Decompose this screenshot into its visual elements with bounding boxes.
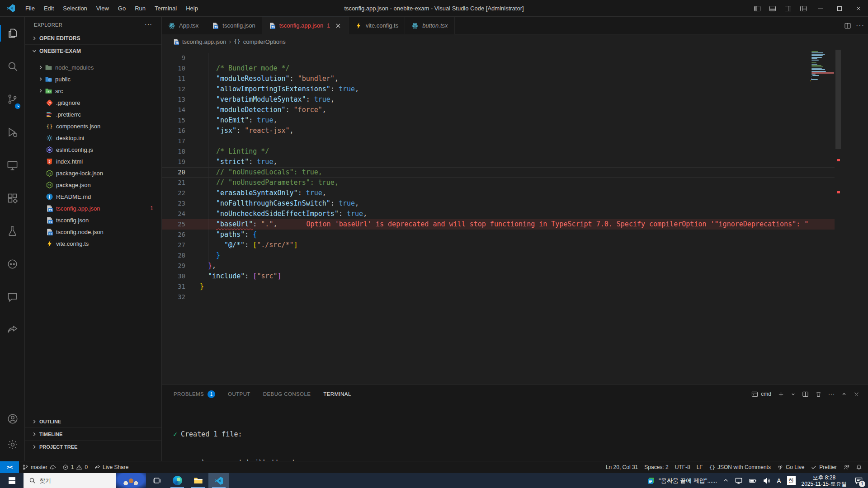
split-terminal-icon[interactable] xyxy=(802,391,809,398)
file-package.json[interactable]: JSpackage.json xyxy=(25,179,161,191)
panel-more-actions-icon[interactable]: ··· xyxy=(828,391,835,397)
code-line-17[interactable]: 17 xyxy=(162,136,835,146)
section-timeline[interactable]: TIMELINE xyxy=(25,427,161,440)
vertical-scrollbar[interactable] xyxy=(835,50,841,149)
explorer-more-actions-icon[interactable]: ··· xyxy=(145,20,152,28)
section-outline[interactable]: OUTLINE xyxy=(25,415,161,427)
taskbar-search-box[interactable]: 찾기 xyxy=(24,473,116,488)
section-project-tree[interactable]: PROJECT TREE xyxy=(25,440,161,453)
close-panel-icon[interactable] xyxy=(853,391,860,398)
activity-accounts[interactable] xyxy=(0,406,25,432)
menu-help[interactable]: Help xyxy=(181,0,203,17)
panel-tab-output[interactable]: OUTPUT xyxy=(228,385,250,404)
file-src[interactable]: src xyxy=(25,85,161,97)
menu-file[interactable]: File xyxy=(21,0,39,17)
menu-terminal[interactable]: Terminal xyxy=(150,0,181,17)
git-branch-item[interactable]: master xyxy=(19,461,59,473)
root-folder-section[interactable]: ONEBITE-EXAM xyxy=(25,45,161,57)
code-line-23[interactable]: 23"noFallthroughCasesInSwitch": true, xyxy=(162,198,835,209)
activity-remote-explorer[interactable] xyxy=(0,149,25,182)
file-tsconfig.node.json[interactable]: TStsconfig.node.json xyxy=(25,226,161,238)
code-line-20[interactable]: 20// "noUnusedLocals": true, xyxy=(162,167,835,178)
file-.gitignore[interactable]: .gitignore xyxy=(25,97,161,108)
status-notifications[interactable] xyxy=(853,461,865,473)
new-terminal-icon[interactable] xyxy=(778,391,784,398)
code-line-13[interactable]: 13"verbatimModuleSyntax": true, xyxy=(162,94,835,105)
code-line-24[interactable]: 24"noUncheckedSideEffectImports": true, xyxy=(162,209,835,219)
file-vite.config.ts[interactable]: vite.config.ts xyxy=(25,238,161,249)
code-line-27[interactable]: 27"@/*": ["./src/*"] xyxy=(162,240,835,250)
show-hidden-icons-icon[interactable] xyxy=(723,478,729,483)
activity-search[interactable] xyxy=(0,50,25,83)
panel-tab-terminal[interactable]: TERMINAL xyxy=(323,385,351,404)
live-share-item[interactable]: Live Share xyxy=(91,461,132,473)
activity-chat[interactable] xyxy=(0,281,25,314)
minimap[interactable] xyxy=(809,50,835,99)
maximize-panel-icon[interactable] xyxy=(841,391,847,397)
activity-copilot[interactable] xyxy=(0,248,25,281)
tab-App.tsx[interactable]: App.tsx xyxy=(162,17,205,34)
status-eol[interactable]: LF xyxy=(693,461,706,473)
remote-indicator[interactable]: >< xyxy=(0,461,19,473)
tab-tsconfig.json[interactable]: TStsconfig.json xyxy=(205,17,262,34)
code-line-12[interactable]: 12"allowImportingTsExtensions": true, xyxy=(162,84,835,94)
code-line-21[interactable]: 21// "noUnusedParameters": true, xyxy=(162,178,835,188)
activity-live-share[interactable] xyxy=(0,314,25,347)
status-encoding[interactable]: UTF-8 xyxy=(672,461,693,473)
menu-view[interactable]: View xyxy=(92,0,113,17)
activity-explorer[interactable] xyxy=(0,17,25,50)
panel-tab-debug-console[interactable]: DEBUG CONSOLE xyxy=(263,385,311,404)
menu-selection[interactable]: Selection xyxy=(58,0,91,17)
ime-latin-indicator[interactable]: A xyxy=(777,477,781,484)
code-line-29[interactable]: 29}, xyxy=(162,261,835,271)
action-center-button[interactable]: 1 xyxy=(853,475,864,487)
terminal-dropdown-icon[interactable] xyxy=(791,392,796,397)
terminal-shell-label[interactable]: cmd xyxy=(761,391,771,397)
status-language-mode[interactable]: {}JSON with Comments xyxy=(706,461,774,473)
file-index.html[interactable]: 5index.html xyxy=(25,155,161,167)
code-line-9[interactable]: 9 xyxy=(162,53,835,63)
status-prettier[interactable]: Prettier xyxy=(807,461,840,473)
close-tab-icon[interactable] xyxy=(335,22,342,29)
tab-vite.config.ts[interactable]: vite.config.ts xyxy=(349,17,405,34)
tab-tsconfig.app.json[interactable]: TStsconfig.app.json1 xyxy=(262,17,349,34)
problems-item[interactable]: 1 0 xyxy=(59,461,91,473)
file-components.json[interactable]: {}components.json xyxy=(25,120,161,132)
taskbar-clock[interactable]: 오후 8:28 2025-11-15-토요일 xyxy=(802,474,847,487)
menu-go[interactable]: Go xyxy=(113,0,130,17)
file-desktop.ini[interactable]: desktop.ini xyxy=(25,132,161,144)
activity-testing[interactable] xyxy=(0,215,25,248)
code-line-14[interactable]: 14"moduleDetection": "force", xyxy=(162,105,835,115)
taskbar-file-explorer[interactable] xyxy=(188,473,208,488)
network-icon[interactable] xyxy=(735,477,743,485)
taskbar-app-dog-game[interactable] xyxy=(116,473,146,488)
split-editor-icon[interactable] xyxy=(844,22,851,29)
taskbar-edge[interactable] xyxy=(167,473,188,488)
code-line-10[interactable]: 10/* Bundler mode */ xyxy=(162,63,835,74)
status-cursor-position[interactable]: Ln 20, Col 31 xyxy=(603,461,641,473)
file-tsconfig.app.json[interactable]: TStsconfig.app.json1 xyxy=(25,202,161,214)
file-.prettierrc[interactable]: .prettierrc xyxy=(25,108,161,120)
breadcrumb-symbol[interactable]: compilerOptions xyxy=(243,38,286,45)
code-line-22[interactable]: 22"erasableSyntaxOnly": true, xyxy=(162,188,835,198)
minimize-button[interactable] xyxy=(811,0,830,17)
start-button[interactable] xyxy=(0,473,24,488)
customize-layout-icon[interactable] xyxy=(796,0,811,17)
open-editors-section[interactable]: OPEN EDITORS xyxy=(25,33,161,45)
menu-edit[interactable]: Edit xyxy=(39,0,58,17)
file-README.md[interactable]: README.md xyxy=(25,191,161,202)
code-line-18[interactable]: 18/* Linting */ xyxy=(162,146,835,157)
code-line-25[interactable]: 25"baseUrl": ".",Option 'baseUrl' is dep… xyxy=(162,219,835,230)
code-line-28[interactable]: 28} xyxy=(162,250,835,261)
file-eslint.config.js[interactable]: eslint.config.js xyxy=(25,144,161,155)
task-view-button[interactable] xyxy=(146,473,167,488)
code-line-19[interactable]: 19"strict": true, xyxy=(162,157,835,167)
status-go-live[interactable]: Go Live xyxy=(774,461,807,473)
status-indentation[interactable]: Spaces: 2 xyxy=(641,461,671,473)
code-line-16[interactable]: 16"jsx": "react-jsx", xyxy=(162,126,835,136)
toggle-primary-sidebar-icon[interactable] xyxy=(750,0,765,17)
menu-run[interactable]: Run xyxy=(130,0,150,17)
code-line-30[interactable]: 30"include": ["src"] xyxy=(162,271,835,282)
code-editor[interactable]: 910/* Bundler mode */11"moduleResolution… xyxy=(162,49,868,377)
file-public[interactable]: public xyxy=(25,73,161,85)
